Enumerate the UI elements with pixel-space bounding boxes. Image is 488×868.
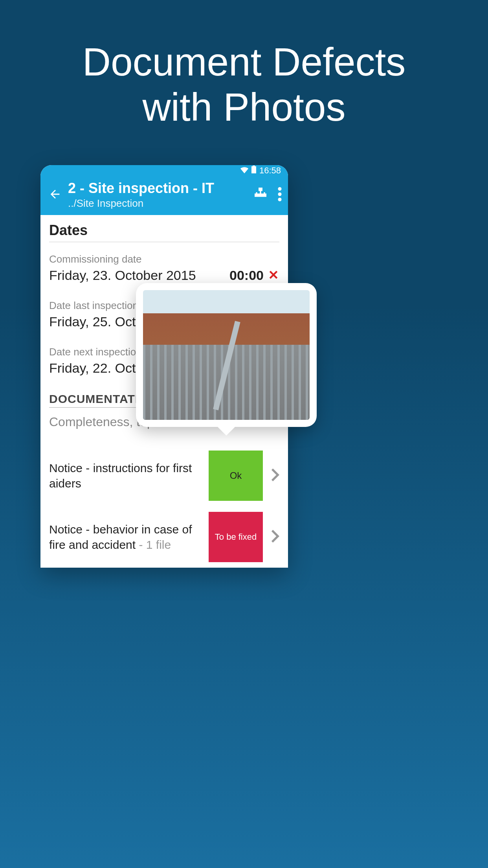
documentation-item-text: Notice - behavior in case of fire and ac… — [49, 522, 201, 552]
dates-section-title: Dates — [49, 222, 279, 242]
status-badge-fix[interactable]: To be fixed — [209, 512, 263, 562]
battery-icon — [251, 166, 256, 176]
app-bar: 2 - Site inspection - IT ../Site Inspect… — [40, 176, 288, 215]
wifi-icon — [240, 166, 248, 176]
field-value: Friday, 23. October 2015 — [49, 268, 196, 283]
callout-pointer-icon — [217, 426, 236, 436]
svg-point-2 — [278, 187, 282, 191]
defect-photo[interactable] — [143, 290, 310, 420]
svg-point-3 — [278, 192, 282, 196]
field-time: 00:00 — [229, 268, 264, 283]
app-bar-titles: 2 - Site inspection - IT ../Site Inspect… — [68, 180, 253, 210]
documentation-item[interactable]: Notice - behavior in case of fire and ac… — [49, 506, 279, 568]
app-bar-actions — [253, 186, 282, 204]
hero-line-1: Document Defects — [0, 39, 488, 85]
documentation-item-meta: - 1 file — [136, 538, 171, 551]
field-label: Commissioning date — [49, 253, 279, 265]
svg-rect-0 — [251, 166, 256, 173]
field-commissioning-date[interactable]: Commissioning date Friday, 23. October 2… — [49, 253, 279, 283]
status-time: 16:58 — [259, 166, 281, 176]
chevron-right-icon — [271, 529, 279, 545]
status-bar: 16:58 — [40, 165, 288, 176]
status-badge-ok[interactable]: Ok — [209, 451, 263, 501]
documentation-item[interactable]: Notice - instructions for first aiders O… — [49, 445, 279, 506]
clear-icon[interactable] — [268, 269, 279, 282]
chevron-right-icon — [271, 468, 279, 484]
defect-photo-card — [136, 283, 317, 427]
overflow-menu-icon[interactable] — [278, 187, 282, 203]
breadcrumb: ../Site Inspection — [68, 197, 253, 210]
sitemap-icon[interactable] — [253, 186, 268, 204]
svg-rect-1 — [253, 166, 255, 166]
hero-line-2: with Photos — [0, 85, 488, 130]
back-button[interactable] — [47, 184, 66, 206]
page-title: 2 - Site inspection - IT — [68, 180, 253, 197]
hero-title: Document Defects with Photos — [0, 0, 488, 130]
documentation-item-text: Notice - instructions for first aiders — [49, 460, 201, 491]
svg-point-4 — [278, 198, 282, 201]
